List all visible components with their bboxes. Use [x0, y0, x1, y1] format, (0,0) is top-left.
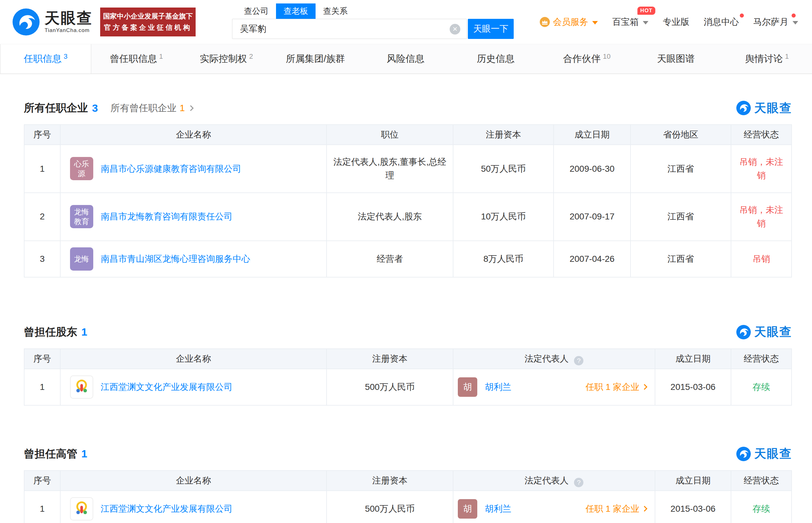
section-header: 曾担任高管 1 天眼查 — [24, 446, 792, 462]
legal-rep-cell: 胡 胡利兰 任职 1 家企业 — [453, 369, 655, 405]
search-tab-boss[interactable]: 查老板 — [276, 3, 315, 19]
tab-public-opinion[interactable]: 舆情讨论 1 — [722, 44, 812, 73]
tab-label: 任职信息 — [24, 52, 61, 65]
search-input[interactable] — [232, 19, 467, 39]
col-company: 企业名称 — [60, 471, 327, 491]
tab-partners[interactable]: 合作伙伴 10 — [542, 44, 632, 73]
tab-label: 舆情讨论 — [745, 52, 783, 65]
section-count: 1 — [81, 448, 87, 460]
tab-risk[interactable]: 风险信息 — [362, 44, 452, 73]
tab-label: 实际控制权 — [200, 52, 247, 65]
table-row: 1 心乐源 南昌市心乐源健康教育咨询有限公司 法定代表人,股东,董事长,总经理 … — [24, 145, 792, 193]
clear-search-icon[interactable]: × — [450, 24, 460, 35]
current-positions-table: 序号 企业名称 职位 注册资本 成立日期 省份地区 经营状态 1 心乐源 南昌市… — [24, 124, 792, 277]
col-legal-rep-label: 法定代表人 — [525, 475, 569, 485]
col-capital: 注册资本 — [327, 349, 453, 369]
former-companies-count: 1 — [180, 103, 185, 113]
col-position: 职位 — [327, 125, 453, 145]
nav-message-center[interactable]: 消息中心 — [704, 16, 739, 28]
tab-count: 1 — [785, 52, 789, 60]
nav-vip-services[interactable]: 会员服务 — [539, 16, 598, 28]
date-cell: 2015-03-06 — [655, 369, 731, 405]
status-cell: 吊销，未注销 — [731, 193, 792, 241]
nav-pro-version[interactable]: 专业版 — [663, 16, 689, 28]
search-button[interactable]: 天眼一下 — [468, 19, 514, 39]
logo-text: 天眼查 TianYanCha.com — [44, 11, 93, 34]
tab-label: 风险信息 — [387, 52, 425, 65]
search-tab-relation[interactable]: 查关系 — [315, 3, 355, 19]
section-gap — [24, 405, 792, 446]
position-cell: 经营者 — [327, 241, 453, 277]
col-status: 经营状态 — [731, 349, 792, 369]
tab-former-positions[interactable]: 曾任职信息 1 — [91, 44, 181, 73]
col-index: 序号 — [24, 349, 60, 369]
company-link[interactable]: 江西堂渊文文化产业发展有限公司 — [101, 502, 233, 516]
tab-history[interactable]: 历史信息 — [452, 44, 542, 73]
search-area: 查公司 查老板 查关系 × 天眼一下 — [232, 3, 514, 39]
tab-count: 1 — [159, 52, 163, 60]
top-nav: 会员服务 HOT 百宝箱 专业版 消息中心 马尔萨月 — [539, 16, 798, 28]
former-companies-link[interactable]: 所有曾任职企业 1 — [110, 102, 193, 114]
date-cell: 2015-03-06 — [655, 491, 731, 523]
tianyancha-logo[interactable]: 天眼查 TianYanCha.com — [13, 8, 93, 35]
nav-user-menu[interactable]: 马尔萨月 — [753, 16, 798, 28]
company-link[interactable]: 南昌市青山湖区龙悔心理咨询服务中心 — [101, 252, 250, 266]
nav-vip-label: 会员服务 — [553, 16, 588, 28]
tianyancha-watermark: 天眼查 — [736, 100, 792, 116]
col-company: 企业名称 — [60, 125, 327, 145]
tab-label: 所属集团/族群 — [286, 52, 345, 65]
tianyancha-watermark: 天眼查 — [736, 446, 792, 462]
table-header-row: 序号 企业名称 注册资本 法定代表人 ? 成立日期 经营状态 — [24, 471, 792, 491]
company-logo — [70, 376, 93, 399]
company-logo-art — [73, 500, 90, 518]
logo-subtitle: TianYanCha.com — [44, 27, 93, 34]
capital-cell: 50万人民币 — [453, 145, 554, 193]
search-tab-company[interactable]: 查公司 — [236, 3, 276, 19]
col-legal-rep: 法定代表人 ? — [453, 349, 655, 369]
certification-badge: 国家中小企业发展子基金旗下 官方备案企业征信机构 — [100, 7, 196, 36]
company-icon: 龙悔 — [70, 247, 93, 271]
legal-rep-companies-link[interactable]: 任职 1 家企业 — [585, 502, 647, 516]
section-title: 曾担任高管 — [24, 447, 77, 461]
status-cell: 吊销 — [731, 241, 792, 277]
help-icon[interactable]: ? — [574, 356, 583, 365]
nav-toolbox-label: 百宝箱 — [612, 16, 639, 28]
legal-rep-cell: 胡 胡利兰 任职 1 家企业 — [453, 491, 655, 523]
date-cell: 2007-04-26 — [554, 241, 630, 277]
tab-actual-control[interactable]: 实际控制权 2 — [181, 44, 272, 73]
company-icon: 龙悔教育 — [70, 205, 93, 228]
province-cell: 江西省 — [631, 193, 731, 241]
date-cell: 2007-09-17 — [554, 193, 630, 241]
table-row: 1 江西堂渊文文化产业发展有限公司 — [24, 491, 792, 523]
tab-positions[interactable]: 任职信息 3 — [0, 44, 91, 73]
chevron-down-icon — [793, 21, 798, 24]
status-cell: 吊销，未注销 — [731, 145, 792, 193]
col-province: 省份地区 — [631, 125, 731, 145]
province-cell: 江西省 — [631, 145, 731, 193]
tab-group[interactable]: 所属集团/族群 — [272, 44, 362, 73]
capital-cell: 500万人民币 — [327, 491, 453, 523]
nav-toolbox[interactable]: HOT 百宝箱 — [612, 16, 648, 28]
status-cell: 存续 — [731, 369, 792, 405]
company-link[interactable]: 南昌市心乐源健康教育咨询有限公司 — [101, 162, 241, 176]
company-logo-art — [73, 378, 90, 396]
section-former-executive: 曾担任高管 1 天眼查 序号 企业名称 注册资本 — [24, 446, 792, 523]
legal-rep-link[interactable]: 胡利兰 — [485, 502, 511, 516]
chevron-right-icon — [642, 384, 647, 390]
date-cell: 2009-06-30 — [554, 145, 630, 193]
table-header-row: 序号 企业名称 注册资本 法定代表人 ? 成立日期 经营状态 — [24, 349, 792, 369]
certification-badge-line1: 国家中小企业发展子基金旗下 — [103, 11, 193, 22]
tab-label: 天眼图谱 — [657, 52, 694, 65]
chevron-down-icon — [643, 21, 648, 24]
legal-rep-companies-link[interactable]: 任职 1 家企业 — [585, 380, 647, 394]
company-link[interactable]: 江西堂渊文文化产业发展有限公司 — [101, 380, 233, 394]
col-date: 成立日期 — [655, 349, 731, 369]
tianyancha-watermark-text: 天眼查 — [754, 324, 792, 340]
col-legal-rep: 法定代表人 ? — [453, 471, 655, 491]
company-link[interactable]: 南昌市龙悔教育咨询有限责任公司 — [101, 210, 233, 223]
help-icon[interactable]: ? — [574, 478, 583, 487]
tab-graph[interactable]: 天眼图谱 — [632, 44, 722, 73]
col-status: 经营状态 — [731, 125, 792, 145]
former-companies-label: 所有曾任职企业 — [110, 102, 177, 114]
legal-rep-link[interactable]: 胡利兰 — [485, 380, 511, 394]
